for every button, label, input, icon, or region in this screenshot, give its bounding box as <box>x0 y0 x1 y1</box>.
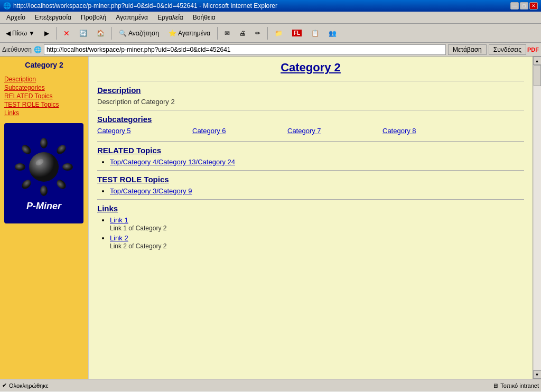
svg-point-7 <box>20 178 33 190</box>
sidebar-link-description[interactable]: Description <box>4 76 84 83</box>
subcategory-link-cat6[interactable]: Category 6 <box>192 127 287 135</box>
sidebar-title: Category 2 <box>4 61 84 69</box>
svg-point-8 <box>29 152 59 182</box>
forward-button[interactable]: ▶ <box>41 28 53 39</box>
description-text: Description of Category 2 <box>97 98 524 106</box>
address-icon: 🌐 <box>34 46 42 53</box>
divider-links <box>97 199 524 200</box>
back-icon: ◀ <box>6 30 11 37</box>
go-button[interactable]: Μετάβαση <box>448 44 487 55</box>
svg-point-6 <box>55 143 68 155</box>
svg-point-4 <box>20 143 33 155</box>
disk-icon: FL <box>292 30 302 36</box>
stop-icon: ✕ <box>63 29 70 38</box>
related-link-1[interactable]: Top/Category 4/Category 13/Category 24 <box>110 158 235 166</box>
stop-button[interactable]: ✕ <box>60 27 73 39</box>
logo-text: P-Miner <box>26 201 61 212</box>
list-item: Link 1 Link 1 of Category 2 <box>110 216 524 232</box>
menu-view[interactable]: Προβολή <box>77 13 110 22</box>
list-item: Top/Category 3/Category 9 <box>110 187 524 195</box>
extra1-button[interactable]: 📋 <box>307 28 323 39</box>
browser-area: Category 2 Description Subcategories REL… <box>0 57 541 379</box>
divider-description <box>97 81 524 81</box>
edit-button[interactable]: ✏ <box>251 28 264 39</box>
home-icon: 🏠 <box>97 30 105 37</box>
link-2-desc: Link 2 of Category 2 <box>110 242 524 250</box>
addressbar: Διεύθυνση 🌐 Μετάβαση Συνδέσεις PDF <box>0 43 541 57</box>
window-title: http://localhost/workspace/p-miner.php?u… <box>13 2 277 10</box>
maximize-button[interactable]: □ <box>520 2 528 10</box>
svg-point-2 <box>15 163 25 171</box>
back-label: Πίσω <box>12 30 27 37</box>
search-label: Αναζήτηση <box>128 30 159 37</box>
menu-help[interactable]: Βοήθεια <box>189 13 220 22</box>
menu-file[interactable]: Αρχείο <box>2 13 30 22</box>
folder-button[interactable]: 📁 <box>271 28 286 39</box>
links-list: Link 1 Link 1 of Category 2 Link 2 Link … <box>97 216 524 250</box>
menu-edit[interactable]: Επεξεργασία <box>31 13 76 22</box>
search-button[interactable]: 🔍 Αναζήτηση <box>115 28 163 39</box>
mail-button[interactable]: ✉ <box>221 28 234 39</box>
back-button[interactable]: ◀ Πίσω ▼ <box>2 28 39 39</box>
status-icon: ✔ <box>2 382 7 389</box>
menu-tools[interactable]: Εργαλεία <box>153 13 188 22</box>
favorites-button[interactable]: ⭐ Αγαπημένα <box>165 28 214 39</box>
back-dropdown-icon: ▼ <box>29 30 35 37</box>
extra2-icon: 👥 <box>329 30 337 37</box>
related-list: Top/Category 4/Category 13/Category 24 <box>97 158 524 166</box>
sidebar-link-related[interactable]: RELATED Topics <box>4 92 84 100</box>
edit-icon: ✏ <box>255 30 260 37</box>
sidebar-link-links[interactable]: Links <box>4 109 84 117</box>
home-button[interactable]: 🏠 <box>93 28 108 39</box>
sidebar-link-subcategories[interactable]: Subcategories <box>4 84 84 91</box>
toolbar-separator-2 <box>111 27 112 40</box>
subcategory-link-cat7[interactable]: Category 7 <box>287 127 383 135</box>
star-icon: ⭐ <box>169 30 176 37</box>
address-input[interactable] <box>44 44 446 55</box>
subcategories-heading: Subcategories <box>97 115 524 124</box>
link-1[interactable]: Link 1 <box>110 216 128 224</box>
connections-button[interactable]: Συνδέσεις <box>489 44 526 55</box>
subcategories-section: Subcategories Category 5 Category 6 Cate… <box>97 115 524 137</box>
sidebar-link-testrole[interactable]: TEST ROLE Topics <box>4 101 84 108</box>
scroll-up-button[interactable]: ▲ <box>533 57 542 65</box>
related-section: RELATED Topics Top/Category 4/Category 1… <box>97 146 524 166</box>
testrole-list: Top/Category 3/Category 9 <box>97 187 524 195</box>
svg-point-0 <box>40 138 48 148</box>
subcategory-link-cat5[interactable]: Category 5 <box>97 127 192 135</box>
testrole-link-1[interactable]: Top/Category 3/Category 9 <box>110 187 192 195</box>
folder-icon: 📁 <box>275 30 283 37</box>
toolbar-separator-3 <box>217 27 218 40</box>
scrollbar-track[interactable] <box>534 65 541 370</box>
toolbar-separator-4 <box>267 27 268 40</box>
list-item: Link 2 Link 2 of Category 2 <box>110 234 524 250</box>
browser-icon: 🌐 <box>3 2 11 10</box>
toolbar: ◀ Πίσω ▼ ▶ ✕ 🔄 🏠 🔍 Αναζήτηση ⭐ Αγαπημένα… <box>0 24 541 43</box>
links-heading: Links <box>97 204 524 213</box>
svg-point-3 <box>62 163 73 171</box>
sidebar-navigation: Description Subcategories RELATED Topics… <box>4 76 84 117</box>
divider-subcategories <box>97 110 524 110</box>
mail-icon: ✉ <box>225 30 230 37</box>
print-icon: 🖨 <box>239 30 246 37</box>
statusbar: ✔ Ολοκληρώθηκε 🖥 Τοπικό intranet <box>0 379 541 391</box>
list-item: Top/Category 4/Category 13/Category 24 <box>110 158 524 166</box>
scroll-down-button[interactable]: ▼ <box>533 370 542 379</box>
scrollbar[interactable]: ▲ ▼ <box>533 57 541 379</box>
search-icon: 🔍 <box>119 30 127 37</box>
extra2-button[interactable]: 👥 <box>325 28 340 39</box>
close-button[interactable]: ✕ <box>529 2 538 10</box>
print-button[interactable]: 🖨 <box>236 28 249 39</box>
refresh-button[interactable]: 🔄 <box>76 28 91 39</box>
link-2[interactable]: Link 2 <box>110 234 128 242</box>
menubar: Αρχείο Επεξεργασία Προβολή Αγαπημένα Εργ… <box>0 12 541 24</box>
divider-related <box>97 141 524 142</box>
window-titlebar: 🌐 http://localhost/workspace/p-miner.php… <box>0 0 541 12</box>
scrollbar-thumb[interactable] <box>534 65 541 86</box>
subcategory-link-cat8[interactable]: Category 8 <box>383 127 478 135</box>
disk-button[interactable]: FL <box>288 28 305 38</box>
minimize-button[interactable]: — <box>510 2 519 10</box>
subcategories-grid: Category 5 Category 6 Category 7 Categor… <box>97 127 524 137</box>
menu-favorites[interactable]: Αγαπημένα <box>111 13 152 22</box>
refresh-icon: 🔄 <box>79 30 87 37</box>
